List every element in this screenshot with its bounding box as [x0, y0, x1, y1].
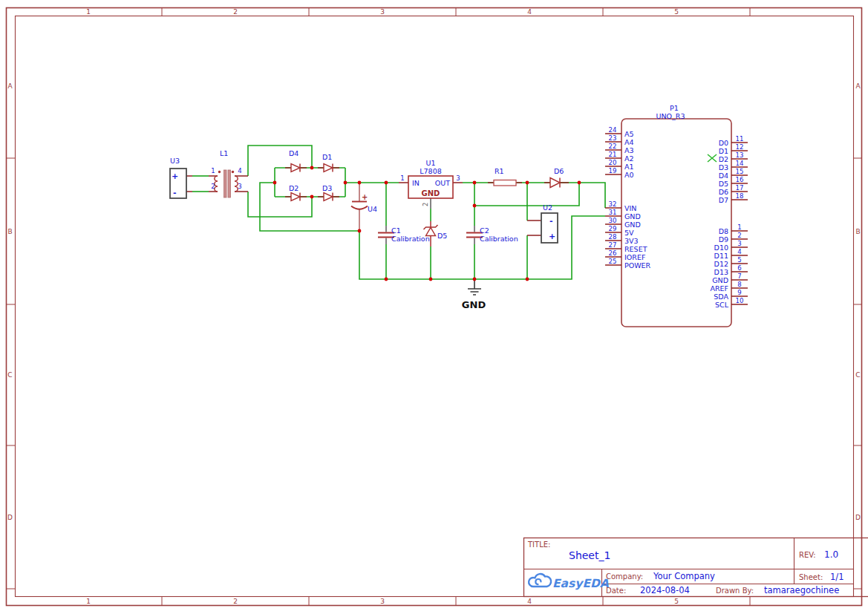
component-l1-transformer[interactable]: L1 1 2 4 3 [209, 149, 248, 197]
frame-ticks [7, 8, 862, 606]
pin-number: 2 [737, 232, 741, 239]
company-value[interactable]: Your Company [653, 571, 715, 581]
pin-name-in: IN [412, 179, 420, 187]
pin-number: 4 [238, 167, 241, 174]
plus-terminal-label: + [172, 172, 178, 181]
plus-mark: + [362, 193, 368, 201]
frame-column-label: 2 [233, 598, 238, 605]
pin-name: D3 [719, 163, 728, 172]
frame-column-label: 4 [527, 598, 532, 605]
pin-number: 8 [737, 281, 741, 288]
wire[interactable] [248, 192, 312, 217]
pin-name: 5V [624, 229, 634, 237]
refdes: D1 [322, 153, 332, 161]
component-p1-uno-r3[interactable]: P1 UNO_R3 24A523A422A321A220A119A032VIN3… [605, 104, 748, 327]
value: Calibration [391, 235, 430, 243]
pin-name: A2 [624, 154, 634, 163]
refdes: D5 [437, 232, 447, 240]
refdes: D4 [289, 149, 298, 157]
pin-number: 9 [737, 289, 741, 296]
pin-name: SCL [715, 301, 729, 309]
sheet-value[interactable]: 1/1 [830, 572, 844, 582]
refdes: D2 [289, 184, 298, 192]
pin-number: 14 [736, 160, 744, 167]
pin-name: D1 [719, 147, 728, 155]
pin-name: POWER [624, 261, 651, 270]
pin-name: D13 [714, 268, 728, 276]
pin-number: 23 [609, 134, 617, 142]
pin-name: GND [624, 221, 641, 229]
rev-value[interactable]: 1.0 [824, 549, 838, 560]
refdes: R1 [495, 167, 504, 175]
easyeda-logo: EasyEDA [529, 574, 609, 590]
plus-terminal-label: + [549, 232, 555, 241]
component-d2-diode[interactable]: D2 [285, 184, 307, 201]
wire[interactable] [248, 146, 312, 176]
component-c2-capacitor[interactable]: C2 Calibration [466, 226, 518, 244]
junction-dot [578, 181, 581, 185]
cap-plate-curved [351, 206, 368, 209]
wire[interactable] [463, 183, 605, 208]
component-u2-battery[interactable]: - + U2 [527, 203, 558, 243]
component-d3-diode[interactable]: D3 [318, 184, 339, 201]
frame-column-label: 5 [674, 598, 679, 605]
frame-outer-border [7, 8, 862, 606]
refdes: U3 [170, 157, 180, 165]
schematic-canvas[interactable]: 1122334455AABBCCDD + - U3 [0, 0, 868, 614]
junction-dot [310, 195, 314, 199]
junction-dot [358, 181, 362, 185]
pin-number: 5 [737, 256, 741, 264]
gnd-symbol[interactable]: GND [462, 279, 486, 310]
frame-row-label: A [855, 82, 861, 90]
pin-name: D9 [719, 235, 728, 244]
component-u1-regulator[interactable]: U1 L7808 IN OUT GND 1 3 2 [399, 159, 463, 209]
pin-name: 3V3 [624, 237, 639, 245]
pin-name: A0 [624, 171, 634, 179]
component-d1-diode[interactable]: D1 [318, 153, 339, 172]
junction-dot [429, 278, 433, 281]
frame-row-label: B [855, 228, 860, 235]
component-r1-resistor[interactable]: R1 [488, 167, 522, 186]
diode-triangle [324, 193, 333, 201]
wires[interactable] [192, 146, 605, 279]
component-u3-source[interactable]: + - U3 [170, 157, 192, 198]
pin-name: IOREF [624, 253, 645, 261]
refdes: U2 [543, 203, 552, 212]
junction-dot [385, 181, 388, 185]
component-u4-capacitor[interactable]: + U4 [351, 183, 377, 231]
frame-column-label: 3 [380, 8, 385, 16]
pin-number: 10 [736, 297, 744, 304]
drawn-by-value[interactable]: tamaraegochinee [764, 585, 839, 595]
frame-row-label: A [7, 82, 13, 90]
frame-column-label: 2 [233, 8, 238, 16]
pin-number: 25 [609, 258, 617, 265]
core-bar [224, 170, 227, 197]
pin-number: 3 [238, 183, 241, 190]
refdes: D3 [322, 184, 332, 192]
junction-dot [310, 166, 314, 170]
pin-number: 1 [211, 167, 215, 174]
pin-name: RESET [624, 245, 647, 253]
pin-name: A3 [624, 146, 634, 154]
drawn-by-label: Drawn By: [716, 587, 754, 595]
component-c1-capacitor[interactable]: C1 Calibration [378, 226, 430, 244]
pin-number: 27 [609, 241, 617, 249]
frame-column-label: 4 [527, 8, 532, 16]
pin-name: AREF [710, 284, 728, 293]
wire[interactable] [359, 216, 605, 279]
pin-number: 11 [736, 135, 744, 143]
junction-dot [473, 278, 477, 281]
component-d6-diode[interactable]: D6 [544, 167, 569, 188]
polarity-dot [218, 171, 221, 173]
date-value[interactable]: 2024-08-04 [640, 585, 690, 595]
pin-number: 20 [609, 159, 617, 166]
pin-name: A1 [624, 163, 634, 171]
frame-column-label: 1 [86, 598, 91, 605]
pin-number: 31 [609, 209, 617, 216]
component-d4-diode[interactable]: D4 [285, 149, 307, 172]
pin-name: D12 [714, 260, 728, 268]
core-bar [228, 170, 231, 197]
junction-dot [358, 229, 362, 233]
company-label: Company: [606, 572, 643, 581]
sheet-title[interactable]: Sheet_1 [569, 549, 610, 561]
